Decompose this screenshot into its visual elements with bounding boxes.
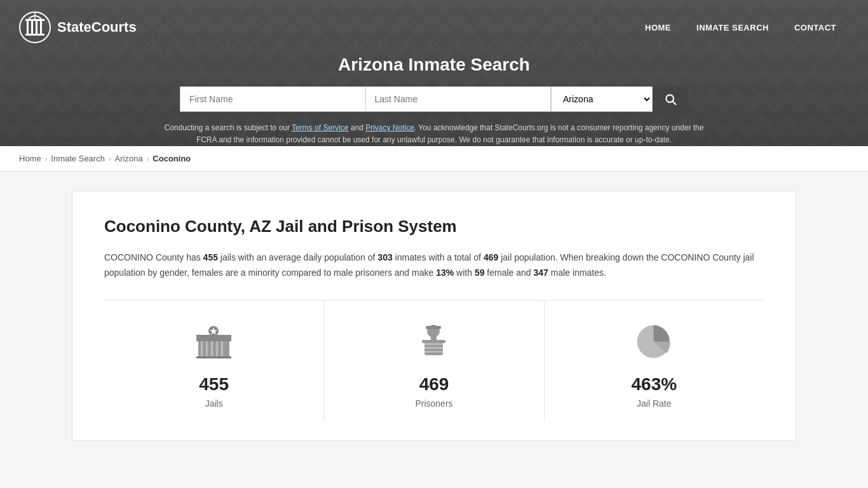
svg-rect-6 [40, 21, 42, 34]
svg-rect-18 [221, 341, 223, 356]
first-name-input[interactable] [180, 86, 365, 112]
breadcrumb-home[interactable]: Home [19, 154, 41, 163]
pie-chart-icon [632, 320, 676, 364]
breadcrumb-inmate-search[interactable]: Inmate Search [51, 154, 105, 163]
disclaimer-before: Conducting a search is subject to our [165, 123, 292, 132]
jails-label: Jails [205, 398, 223, 409]
svg-rect-3 [27, 21, 29, 34]
svg-rect-24 [424, 347, 443, 349]
desc-county-name: COCONINO [104, 252, 153, 262]
svg-rect-16 [211, 341, 213, 356]
svg-rect-1 [25, 34, 44, 36]
prisoners-number: 469 [419, 374, 449, 395]
nav-inmate-search[interactable]: INMATE SEARCH [684, 18, 782, 37]
privacy-link[interactable]: Privacy Notice [365, 123, 414, 132]
svg-rect-23 [424, 343, 443, 345]
jail-rate-label: Jail Rate [637, 398, 671, 409]
desc-jails: 455 [203, 252, 218, 262]
svg-rect-2 [25, 19, 44, 21]
breadcrumb-county: Coconino [153, 154, 191, 163]
stat-prisoners: 469 Prisoners [324, 301, 544, 421]
stats-row: 455 Jails [104, 300, 764, 421]
breadcrumb-sep-3: › [147, 155, 149, 163]
search-button[interactable] [653, 86, 688, 112]
last-name-input[interactable] [365, 86, 552, 112]
svg-rect-19 [196, 356, 231, 358]
county-title: Coconino County, AZ Jail and Prison Syst… [104, 217, 764, 236]
svg-rect-27 [422, 340, 445, 343]
breadcrumb-sep-1: › [45, 155, 48, 163]
logo-icon [19, 11, 51, 43]
svg-rect-10 [198, 340, 229, 358]
svg-rect-25 [424, 351, 443, 353]
logo-text: StateCourts [57, 19, 137, 36]
site-logo[interactable]: StateCourts [19, 11, 137, 43]
svg-rect-21 [426, 326, 441, 329]
desc-total-pop: 469 [484, 252, 498, 262]
desc-male-count: 347 [534, 268, 548, 278]
desc-avg-pop: 303 [377, 252, 392, 262]
breadcrumb-sep-2: › [109, 155, 111, 163]
desc-female-count: 59 [475, 268, 485, 278]
site-header: StateCourts HOME INMATE SEARCH CONTACT A… [0, 0, 868, 146]
search-icon [664, 93, 677, 105]
jails-number: 455 [199, 374, 229, 395]
content-card: Coconino County, AZ Jail and Prison Syst… [72, 191, 796, 441]
breadcrumb: Home › Inmate Search › Arizona › Coconin… [0, 146, 868, 172]
desc-county-name2: COCONINO [661, 252, 710, 262]
page-title: Arizona Inmate Search [0, 55, 868, 75]
search-form: Select State AlabamaAlaskaArizonaArkansa… [180, 86, 688, 112]
svg-rect-5 [36, 21, 37, 34]
main-nav: HOME INMATE SEARCH CONTACT [632, 18, 849, 37]
disclaimer-and: and [348, 123, 365, 132]
nav-home[interactable]: HOME [632, 18, 684, 37]
disclaimer-text: Conducting a search is subject to our Te… [148, 122, 720, 146]
county-description: COCONINO County has 455 jails with an av… [104, 250, 764, 281]
svg-rect-14 [201, 341, 203, 356]
svg-rect-15 [206, 341, 208, 356]
main-content: Coconino County, AZ Jail and Prison Syst… [59, 191, 809, 441]
nav-contact[interactable]: CONTACT [782, 18, 849, 37]
svg-line-9 [673, 102, 676, 105]
terms-link[interactable]: Terms of Service [292, 123, 348, 132]
svg-rect-17 [216, 341, 218, 356]
svg-rect-4 [31, 21, 33, 34]
stat-jails: 455 Jails [104, 301, 324, 421]
breadcrumb-state[interactable]: Arizona [115, 154, 143, 163]
jail-icon [192, 320, 236, 364]
stat-jail-rate: 463% Jail Rate [545, 301, 764, 421]
header-top: StateCourts HOME INMATE SEARCH CONTACT [0, 0, 868, 55]
state-select[interactable]: Select State AlabamaAlaskaArizonaArkansa… [551, 86, 653, 112]
desc-female-pct: 13% [436, 268, 454, 278]
prisoners-label: Prisoners [415, 398, 452, 409]
jail-rate-number: 463% [632, 374, 677, 395]
prisoner-icon [412, 320, 456, 364]
